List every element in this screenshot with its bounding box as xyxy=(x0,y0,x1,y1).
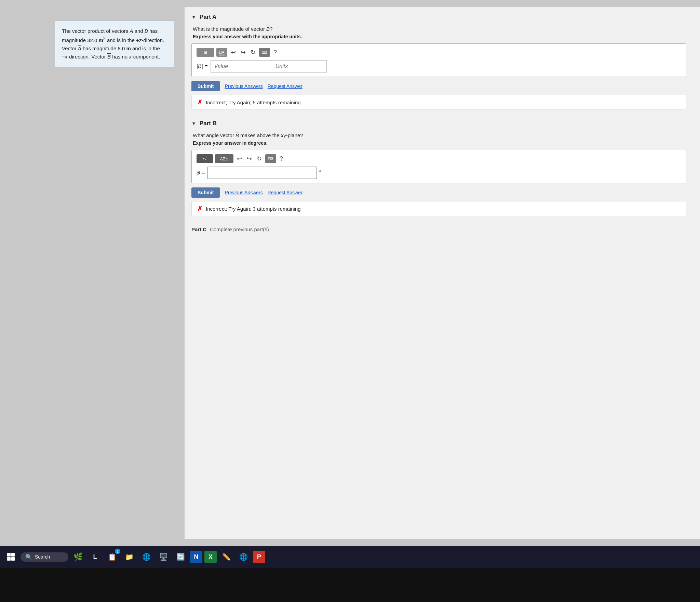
part-b-feedback: ✗ Incorrect; Try Again; 3 attempts remai… xyxy=(191,201,686,216)
part-a-input-label: |B| = xyxy=(197,63,208,69)
part-b-instruction: Express your answer in degrees. xyxy=(193,140,686,146)
taskbar-app-chrome[interactable]: 🌐 xyxy=(236,549,251,564)
part-b-prev-answers-link[interactable]: Previous Answers xyxy=(225,190,262,195)
problem-text: The vector product of vectors A and B ha… xyxy=(62,27,167,61)
part-b-section: ▼ Part B What angle vector B makes above… xyxy=(191,120,686,216)
part-a-prev-answers-link[interactable]: Previous Answers xyxy=(225,83,262,89)
part-a-input-row: |B| = xyxy=(197,60,681,73)
text-format-btn-a[interactable]: uA xyxy=(216,48,227,57)
left-panel: The vector product of vectors A and B ha… xyxy=(0,7,185,539)
reset-btn-a[interactable]: ↻ xyxy=(249,48,257,57)
part-a-value-input[interactable] xyxy=(211,60,272,73)
taskbar-app-7[interactable]: 🔄 xyxy=(173,549,188,564)
win-sq-2 xyxy=(11,553,15,557)
win-sq-1 xyxy=(7,553,11,557)
badge-count: 1 xyxy=(115,549,120,554)
taskbar: 🔍 Search 🌿 L 📋 1 📁 🌐 🖥️ 🔄 N X ✏️ 🌐 P xyxy=(0,546,700,568)
keyboard-btn-b[interactable]: ⌨ xyxy=(265,154,276,163)
right-panel: ▼ Part A What is the magnitude of vector… xyxy=(185,7,700,539)
part-b-toolbar: ▪√ ΑΣφ ↩ ↪ ↻ ⌨ ? xyxy=(197,154,681,163)
part-b-angle-input[interactable] xyxy=(207,167,317,179)
taskbar-search-text: Search xyxy=(35,554,50,560)
part-b-question: What angle vector B makes above the xy-p… xyxy=(193,132,686,138)
windows-icon xyxy=(7,553,15,561)
redo-btn-a[interactable]: ↪ xyxy=(239,48,247,57)
part-a-answer-box: ⊞ uA ↩ ↪ ↻ ⌨ ? |B| = xyxy=(191,43,686,77)
part-b-header: ▼ Part B xyxy=(191,120,686,127)
taskbar-app-pencil[interactable]: ✏️ xyxy=(219,549,234,564)
taskbar-search[interactable]: 🔍 Search xyxy=(21,552,68,562)
help-icon-b[interactable]: ? xyxy=(280,155,283,162)
help-icon-a[interactable]: ? xyxy=(273,49,277,56)
search-icon: 🔍 xyxy=(25,554,32,560)
taskbar-app-2[interactable]: L xyxy=(88,549,103,564)
part-a-header: ▼ Part A xyxy=(191,14,686,21)
part-a-question: What is the magnitude of vector B? xyxy=(193,26,686,32)
redo-btn-b[interactable]: ↪ xyxy=(245,154,253,163)
reset-btn-b[interactable]: ↻ xyxy=(255,154,263,163)
win-sq-4 xyxy=(11,557,15,561)
taskbar-app-n[interactable]: N xyxy=(190,551,202,563)
part-b-feedback-text: Incorrect; Try Again; 3 attempts remaini… xyxy=(206,206,301,212)
part-c-label: Part C xyxy=(191,226,206,232)
part-a-instruction: Express your answer with the appropriate… xyxy=(193,34,686,39)
collapse-arrow-a[interactable]: ▼ xyxy=(191,14,196,20)
bottom-black-bar xyxy=(0,568,700,602)
part-a-section: ▼ Part A What is the magnitude of vector… xyxy=(191,14,686,110)
taskbar-app-p[interactable]: P xyxy=(253,551,265,563)
part-b-answer-box: ▪√ ΑΣφ ↩ ↪ ↻ ⌨ ? φ = ° xyxy=(191,150,686,183)
radical-btn-b[interactable]: ▪√ xyxy=(197,154,213,163)
matrix-btn-a[interactable]: ⊞ xyxy=(197,48,214,57)
incorrect-icon-a: ✗ xyxy=(197,99,202,106)
undo-btn-a[interactable]: ↩ xyxy=(229,48,237,57)
part-a-label: Part A xyxy=(200,14,216,21)
part-a-submit-button[interactable]: Submit xyxy=(191,81,220,91)
part-a-units-input[interactable] xyxy=(272,60,327,73)
taskbar-app-6[interactable]: 🖥️ xyxy=(156,549,171,564)
part-b-label: Part B xyxy=(200,120,217,127)
incorrect-icon-b: ✗ xyxy=(197,205,202,212)
part-b-input-label: φ = xyxy=(197,170,205,176)
part-a-toolbar: ⊞ uA ↩ ↪ ↻ ⌨ ? xyxy=(197,48,681,57)
part-c-section: Part C Complete previous part(s) xyxy=(191,226,686,232)
greek-btn-b[interactable]: ΑΣφ xyxy=(215,154,233,163)
part-c-row: Part C Complete previous part(s) xyxy=(191,226,686,232)
part-b-request-answer-link[interactable]: Request Answer xyxy=(268,190,302,195)
taskbar-app-4[interactable]: 📁 xyxy=(122,549,137,564)
taskbar-app-x[interactable]: X xyxy=(204,551,217,563)
collapse-arrow-b[interactable]: ▼ xyxy=(191,121,196,126)
part-a-feedback-text: Incorrect; Try Again; 5 attempts remaini… xyxy=(206,100,301,105)
part-a-feedback: ✗ Incorrect; Try Again; 5 attempts remai… xyxy=(191,95,686,110)
part-b-submit-button[interactable]: Submit xyxy=(191,187,220,198)
degree-symbol: ° xyxy=(319,170,321,176)
taskbar-app-1[interactable]: 🌿 xyxy=(70,549,85,564)
part-b-input-row: φ = ° xyxy=(197,167,681,179)
problem-box: The vector product of vectors A and B ha… xyxy=(55,21,174,67)
part-c-description: Complete previous part(s) xyxy=(210,226,269,232)
taskbar-app-3[interactable]: 📋 1 xyxy=(105,549,120,564)
part-a-request-answer-link[interactable]: Request Answer xyxy=(268,83,302,89)
windows-start-button[interactable] xyxy=(3,549,18,564)
taskbar-app-5[interactable]: 🌐 xyxy=(139,549,154,564)
keyboard-btn-a[interactable]: ⌨ xyxy=(259,48,270,57)
part-a-action-row: Submit Previous Answers Request Answer xyxy=(191,81,686,91)
part-b-action-row: Submit Previous Answers Request Answer xyxy=(191,187,686,198)
win-sq-3 xyxy=(7,557,11,561)
undo-btn-b[interactable]: ↩ xyxy=(235,154,243,163)
